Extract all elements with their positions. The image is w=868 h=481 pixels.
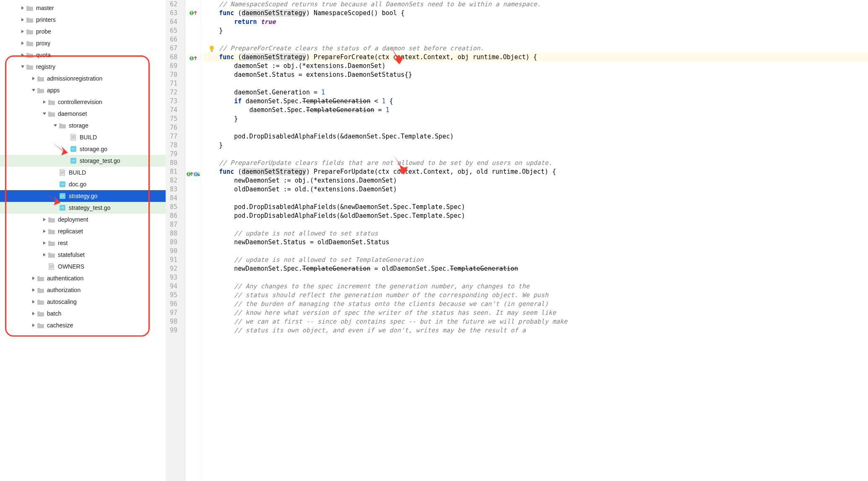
code-editor[interactable]: 6263646566676869707172737475767778798081… (166, 0, 868, 481)
code-line[interactable]: } (203, 115, 868, 123)
line-number: 70 (170, 71, 177, 79)
tree-expand-icon[interactable] (30, 298, 37, 305)
tree-item[interactable]: probe (0, 26, 166, 37)
tree-expand-icon[interactable] (41, 228, 48, 235)
code-line[interactable]: // status should reflect the generation … (203, 291, 868, 300)
code-line[interactable]: // NamespaceScoped returns true because … (203, 0, 868, 9)
tree-item[interactable]: authorization (0, 284, 166, 296)
tree-expand-icon[interactable] (19, 63, 26, 70)
code-line[interactable]: return true (203, 18, 868, 26)
tree-expand-icon[interactable] (30, 287, 37, 293)
tree-item[interactable]: rest (0, 237, 166, 249)
tree-expand-icon[interactable] (41, 251, 48, 258)
tree-item[interactable]: printers (0, 14, 166, 26)
svg-point-24 (63, 207, 63, 208)
code-line[interactable]: // update is not allowed to set Template… (203, 256, 868, 264)
tree-item[interactable]: replicaset (0, 225, 166, 237)
tree-expand-icon[interactable] (30, 310, 37, 317)
tree-expand-icon[interactable] (19, 16, 26, 23)
tree-item[interactable]: storage_test.go (0, 155, 166, 167)
code-line[interactable]: pod.DropDisabledAlphaFields(&daemonSet.S… (203, 132, 868, 141)
gutter-marker-slot (185, 135, 201, 144)
tree-expand-icon[interactable] (41, 240, 48, 246)
tree-expand-icon[interactable] (19, 52, 26, 58)
tree-item[interactable]: registry (0, 61, 166, 73)
code-line[interactable] (203, 247, 868, 256)
tree-item[interactable]: quota (0, 49, 166, 61)
code-line[interactable]: daemonSet.Generation = 1 (203, 88, 868, 97)
svg-point-9 (74, 160, 74, 161)
code-line[interactable]: pod.DropDisabledAlphaFields(&newDaemonSe… (203, 203, 868, 212)
code-line[interactable]: newDaemonSet := obj.(*extensions.DaemonS… (203, 176, 868, 185)
code-line[interactable]: // Any changes to the spec increment the… (203, 282, 868, 291)
tree-item[interactable]: storage.go (0, 143, 166, 155)
code-line[interactable]: daemonSet := obj.(*extensions.DaemonSet) (203, 62, 868, 71)
tree-expand-icon[interactable] (52, 122, 59, 129)
tree-item[interactable]: doc.go (0, 178, 166, 190)
code-line[interactable]: daemonSet.Spec.TemplateGeneration = 1 (203, 106, 868, 115)
code-line[interactable]: // PrepareForCreate clears the status of… (203, 44, 868, 53)
tree-expand-icon[interactable] (30, 75, 37, 82)
tree-item-label: cachesize (47, 322, 73, 329)
code-line[interactable]: func (daemonSetStrategy) NamespaceScoped… (203, 9, 868, 18)
code-line[interactable]: func (daemonSetStrategy) PrepareForUpdat… (203, 167, 868, 176)
tree-item[interactable]: storage (0, 120, 166, 131)
tree-expand-icon[interactable] (19, 40, 26, 47)
tree-expand-icon[interactable] (30, 275, 37, 282)
code-line[interactable] (203, 273, 868, 282)
code-line[interactable]: } (203, 26, 868, 35)
tree-item[interactable]: proxy (0, 37, 166, 49)
code-line[interactable]: // the burden of managing the status ont… (203, 300, 868, 308)
tree-expand-icon[interactable] (41, 110, 48, 117)
code-line[interactable] (203, 79, 868, 88)
code-line[interactable]: // update is not allowed to set status (203, 229, 868, 238)
code-line[interactable] (203, 150, 868, 159)
code-line[interactable]: func (daemonSetStrategy) PrepareForCreat… (203, 53, 868, 62)
tree-item[interactable]: BUILD (0, 131, 166, 143)
gutter-marker-slot (185, 45, 201, 54)
tree-item-label: rest (58, 240, 68, 246)
tree-expand-icon[interactable] (19, 5, 26, 11)
tree-item[interactable]: controllerrevision (0, 96, 166, 108)
code-line[interactable] (203, 123, 868, 132)
code-line[interactable]: // know here what version of spec the wr… (203, 308, 868, 317)
code-line[interactable]: newDaemonSet.Spec.TemplateGeneration = o… (203, 264, 868, 273)
code-line[interactable]: } (203, 141, 868, 150)
tree-item[interactable]: deployment (0, 214, 166, 225)
tree-item[interactable]: daemonset (0, 108, 166, 120)
tree-item[interactable]: apps (0, 84, 166, 96)
tree-expand-icon[interactable] (41, 99, 48, 105)
code-line[interactable] (203, 35, 868, 44)
code-line[interactable]: oldDaemonSet := old.(*extensions.DaemonS… (203, 185, 868, 194)
tree-item[interactable]: batch (0, 308, 166, 319)
tree-item[interactable]: admissionregistration (0, 73, 166, 84)
code-line[interactable]: newDaemonSet.Status = oldDaemonSet.Statu… (203, 238, 868, 247)
code-line[interactable]: // we can at first -- since obj contains… (203, 317, 868, 326)
tree-item[interactable]: OWNERS (0, 261, 166, 272)
code-area[interactable]: // NamespaceScoped returns true because … (201, 0, 868, 481)
tree-item[interactable]: strategy_test.go (0, 202, 166, 214)
code-line[interactable]: pod.DropDisabledAlphaFields(&oldDaemonSe… (203, 212, 868, 220)
tree-item[interactable]: authentication (0, 272, 166, 284)
intention-bulb-icon[interactable] (209, 45, 215, 52)
tree-expand-icon[interactable] (19, 28, 26, 35)
tree-item[interactable]: BUILD (0, 167, 166, 178)
code-line[interactable] (203, 220, 868, 229)
tree-item[interactable]: strategy.go (0, 190, 166, 202)
tree-item[interactable]: statefulset (0, 249, 166, 261)
tree-item[interactable]: autoscaling (0, 296, 166, 308)
code-line[interactable]: if daemonSet.Spec.TemplateGeneration < 1… (203, 97, 868, 106)
code-line[interactable]: // PrepareForUpdate clears fields that a… (203, 159, 868, 167)
tree-expand-icon[interactable] (30, 87, 37, 94)
project-tree[interactable]: masterprintersprobeproxyquotaregistryadm… (0, 0, 166, 481)
tree-expand-icon[interactable] (41, 216, 48, 223)
code-line[interactable]: // status its own object, and even if we… (203, 326, 868, 335)
tree-item[interactable]: master (0, 2, 166, 14)
tree-expand-icon[interactable] (30, 322, 37, 329)
gutter-marker-slot (185, 82, 201, 91)
code-line[interactable]: daemonSet.Status = extensions.DaemonSetS… (203, 71, 868, 79)
tree-item[interactable]: cachesize (0, 319, 166, 331)
code-line[interactable] (203, 194, 868, 203)
tree-item-label: quota (36, 52, 51, 58)
gutter-marker-slot (185, 144, 201, 152)
